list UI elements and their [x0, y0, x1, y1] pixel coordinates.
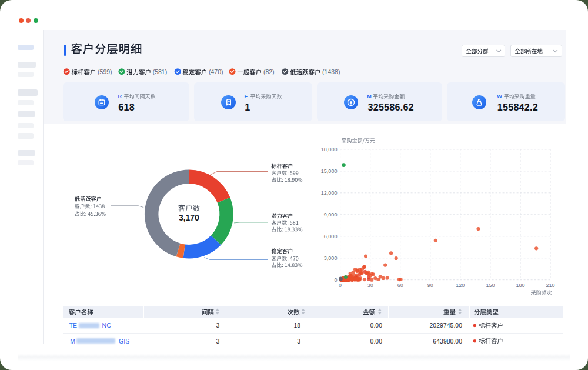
svg-text:3,000: 3,000 — [324, 255, 338, 261]
svg-text:18,000: 18,000 — [321, 146, 338, 152]
svg-text:W: W — [497, 94, 502, 99]
svg-text:180: 180 — [516, 282, 524, 288]
svg-text:0.00: 0.00 — [370, 322, 383, 329]
svg-text:F: F — [245, 94, 248, 99]
svg-text:2029745.00: 2029745.00 — [430, 322, 463, 329]
svg-text:0.00: 0.00 — [370, 338, 383, 345]
svg-text:12,000: 12,000 — [321, 190, 338, 196]
svg-text:1: 1 — [245, 102, 250, 112]
svg-text:60: 60 — [397, 282, 403, 288]
svg-text:6,000: 6,000 — [324, 234, 338, 239]
svg-text:618: 618 — [118, 102, 135, 112]
svg-text:(82): (82) — [263, 68, 275, 75]
svg-text:3,170: 3,170 — [179, 213, 199, 222]
svg-text:(470): (470) — [209, 68, 223, 75]
svg-text:NC: NC — [102, 322, 112, 329]
svg-text:90: 90 — [427, 282, 433, 288]
svg-text:15,000: 15,000 — [321, 168, 338, 174]
svg-text:GIS: GIS — [119, 338, 129, 345]
svg-text:TE: TE — [69, 322, 77, 329]
svg-text:150: 150 — [486, 282, 495, 288]
svg-text:M: M — [70, 338, 75, 345]
svg-text:(581): (581) — [153, 68, 168, 75]
svg-text:(599): (599) — [98, 68, 112, 75]
svg-text:325586.62: 325586.62 — [368, 102, 414, 112]
svg-text:30: 30 — [368, 282, 373, 288]
svg-text:155842.2: 155842.2 — [497, 102, 538, 112]
svg-text:0: 0 — [334, 277, 337, 283]
svg-text:0: 0 — [339, 282, 342, 288]
svg-text:643980.00: 643980.00 — [433, 338, 462, 345]
svg-text:120: 120 — [456, 282, 465, 288]
svg-text:3: 3 — [216, 322, 219, 329]
svg-text:210: 210 — [546, 282, 555, 288]
svg-text:R: R — [118, 94, 122, 99]
svg-text:9,000: 9,000 — [324, 212, 338, 218]
svg-text:(1438): (1438) — [322, 68, 340, 75]
svg-text:3: 3 — [297, 338, 300, 345]
svg-text:M: M — [367, 94, 372, 99]
svg-text:3: 3 — [216, 338, 219, 345]
svg-text:18: 18 — [294, 322, 301, 329]
